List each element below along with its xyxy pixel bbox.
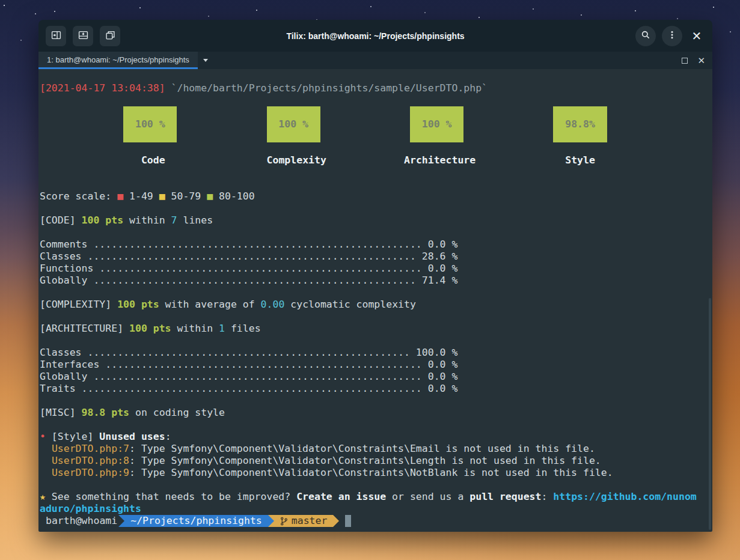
terminal-text [40,154,141,166]
code-label: Code [141,154,165,166]
terminal-text: ........................................… [93,239,421,251]
terminal-line [40,287,712,299]
terminal-text: 100 pts [117,299,159,311]
terminal-text: [CODE] [40,215,82,227]
terminal-text: 100.0 % [410,347,457,359]
add-terminal-right-button[interactable] [46,26,66,46]
scrollbar-thumb[interactable] [709,298,711,530]
kebab-menu-icon [667,30,677,41]
architecture-score-box [410,130,463,142]
terminal-text: 100 pts [82,215,124,227]
phpinsights-link[interactable]: https://github.com/nunom [553,491,696,503]
titlebar-left-buttons [46,26,120,46]
terminal-line: UserDTO.php:8: Type Symfony\Component\Va… [40,455,712,467]
terminal-line: [CODE] 100 pts within 7 lines [40,215,712,227]
complexity-label: Complexity [267,154,326,166]
terminal-line: UserDTO.php:9: Type Symfony\Component\Va… [40,467,712,479]
terminal-text [40,118,123,130]
terminal-line: 100 % 100 % 100 % 98.8% [40,118,712,130]
terminal-text: 0.0 % [422,383,458,395]
terminal-text: Unused uses [99,431,165,443]
terminal-text [320,118,410,130]
maximize-terminal-button[interactable] [682,58,688,64]
titlebar-right-buttons: ✕ [635,26,705,46]
add-terminal-down-button[interactable] [73,26,93,46]
terminal-text: 100 pts [129,323,171,335]
terminal-cursor [345,515,351,527]
close-session-button[interactable]: ✕ [697,56,705,65]
terminal-text: ........................................… [93,371,421,383]
tilix-window: Tilix: barth@whoami: ~/Projects/phpinsig… [38,20,712,532]
terminal-text [177,118,266,130]
terminal-text [40,467,52,479]
terminal-line: [ARCHITECTURE] 100 pts within 1 files [40,323,712,335]
terminal-line [40,227,712,239]
terminal-text: 0.0 % [422,359,458,371]
terminal-text [165,154,267,166]
terminal-text: 1 [219,323,225,335]
terminal-text: See something that needs to be improved? [46,491,296,503]
tab-dropdown-button[interactable] [198,52,213,69]
code-score-box [123,130,177,142]
search-button[interactable] [635,26,656,46]
terminal-text: 28.6 % [416,251,458,263]
phpinsights-link[interactable]: aduro/phpinsights [40,503,141,515]
terminal-text: 0.0 % [422,371,458,383]
terminal-text [177,130,266,142]
terminal-text: ........................................… [87,251,415,263]
complexity-score: 100 % [267,118,320,130]
terminal-output: [2021-04-17 13:04:38] `/home/barth/Proje… [40,82,712,515]
terminal-text [40,130,123,142]
code-score-box [123,106,177,118]
tab-label: 1: barth@whoami: ~/Projects/phpinsights [47,55,189,64]
terminal-text [463,106,553,118]
terminal-text: : Type Symfony\Component\Validator\Const… [129,455,601,467]
menu-button[interactable] [662,26,682,46]
terminal-text: 71.4 % [416,275,458,287]
terminal-text: within [123,215,171,227]
tab-1[interactable]: 1: barth@whoami: ~/Projects/phpinsights [38,52,198,69]
architecture-score: 100 % [410,118,463,130]
terminal-text: 80-100 [213,190,255,202]
terminal-text: cyclomatic complexity [284,299,416,311]
terminal-line: [MISC] 98.8 pts on coding style [40,407,712,419]
terminal-text: [ARCHITECTURE] [40,323,129,335]
git-branch-name: master [292,515,328,527]
terminal-text: ........................................… [82,383,422,395]
terminal-text [40,455,52,467]
terminal-text: on coding style [129,407,225,419]
terminal-text: 1-49 [123,190,159,202]
terminal-line: Score scale: ■ 1-49 ■ 50-79 ■ 80-100 [40,190,712,202]
terminal-text: Interfaces [40,359,105,371]
new-session-button[interactable] [100,26,120,46]
terminal[interactable]: [2021-04-17 13:04:38] `/home/barth/Proje… [38,69,712,532]
terminal-text: 50-79 [165,190,207,202]
powerline-arrow [118,515,124,527]
terminal-line [40,94,712,106]
terminal-line [40,178,712,190]
score-swatch-mid: ■ [159,190,165,202]
terminal-line: Comments ...............................… [40,239,712,251]
complexity-score-box [267,106,320,118]
terminal-line [40,202,712,215]
terminal-text: 0.0 % [422,263,458,275]
tab-bar: 1: barth@whoami: ~/Projects/phpinsights … [38,52,712,69]
terminal-text: or send us a [386,491,469,503]
shell-prompt: barth@whoami ~/Projects/phpinsights mast… [40,515,712,527]
terminal-text: lines [177,215,213,227]
terminal-text: Classes [40,347,87,359]
terminal-line [40,479,712,491]
git-branch-icon [280,517,288,526]
terminal-line [40,311,712,323]
analyzed-file-path: `/home/barth/Projects/phpinsights/sample… [171,82,488,94]
terminal-text: Functions [40,263,99,275]
search-icon [641,30,650,41]
style-score-box [553,106,607,118]
code-score: 100 % [123,118,177,130]
terminal-text [320,130,410,142]
architecture-label: Architecture [404,154,475,166]
window-close-button[interactable]: ✕ [688,28,705,44]
terminal-line: Traits .................................… [40,383,712,395]
terminal-text [40,106,123,118]
square-icon [682,58,688,64]
